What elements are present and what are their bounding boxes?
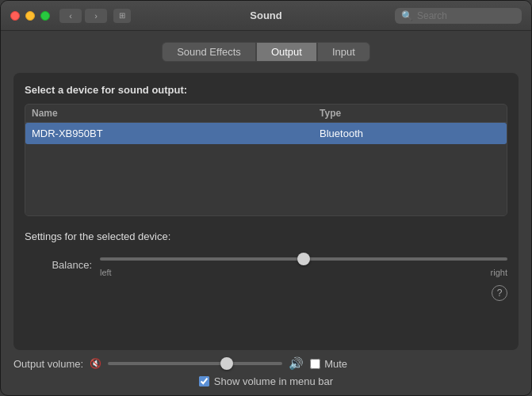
nav-buttons: ‹ › ⊞ — [59, 9, 131, 23]
search-input[interactable] — [417, 10, 515, 21]
search-icon: 🔍 — [401, 10, 413, 21]
window-title: Sound — [250, 10, 281, 21]
settings-title: Settings for the selected device: — [25, 230, 507, 242]
device-type: Bluetooth — [313, 123, 507, 145]
mute-row: Mute — [310, 358, 347, 370]
title-bar: ‹ › ⊞ Sound 🔍 — [1, 1, 531, 31]
col-name-header: Name — [25, 105, 313, 123]
help-button[interactable]: ? — [492, 285, 507, 301]
show-volume-in-menu-bar-checkbox[interactable] — [199, 376, 209, 386]
select-device-title: Select a device for sound output: — [25, 84, 507, 96]
balance-left-label: left — [100, 268, 112, 277]
traffic-lights — [10, 11, 50, 21]
maximize-button[interactable] — [40, 11, 50, 21]
balance-slider-track[interactable] — [100, 252, 507, 266]
volume-min-icon: 🔇 — [90, 358, 101, 369]
settings-section: Settings for the selected device: Balanc… — [25, 230, 507, 280]
show-volume-in-menu-bar-label: Show volume in menu bar — [214, 375, 333, 387]
grid-button[interactable]: ⊞ — [113, 9, 131, 23]
main-content: Sound Effects Output Input Select a devi… — [1, 31, 531, 350]
volume-row: Output volume: 🔇 🔊 Mute — [13, 356, 519, 371]
mute-checkbox[interactable] — [310, 359, 320, 369]
balance-label: Balance: — [40, 259, 92, 271]
panel-footer: ? — [25, 285, 507, 301]
tab-sound-effects[interactable]: Sound Effects — [162, 42, 256, 62]
output-volume-label: Output volume: — [13, 358, 83, 370]
balance-slider-thumb[interactable] — [297, 253, 310, 265]
minimize-button[interactable] — [25, 11, 35, 21]
balance-slider-labels: left right — [100, 268, 507, 277]
volume-slider-thumb[interactable] — [220, 357, 233, 370]
tab-output[interactable]: Output — [256, 42, 317, 62]
table-empty-area — [25, 144, 507, 215]
balance-row: Balance: left right — [25, 252, 507, 277]
volume-max-icon: 🔊 — [289, 356, 304, 371]
window: ‹ › ⊞ Sound 🔍 Sound Effects Output Input… — [0, 0, 532, 396]
menu-bar-row: Show volume in menu bar — [13, 375, 519, 387]
balance-slider-bg — [100, 257, 507, 261]
balance-slider-container: left right — [100, 252, 507, 277]
balance-right-label: right — [491, 268, 507, 277]
tab-input[interactable]: Input — [317, 42, 370, 62]
forward-button[interactable]: › — [85, 9, 107, 23]
mute-label: Mute — [324, 358, 347, 370]
search-bar[interactable]: 🔍 — [395, 8, 522, 24]
bottom-bar: Output volume: 🔇 🔊 Mute Show volume in m… — [1, 350, 531, 395]
table-row[interactable]: MDR-XB950BT Bluetooth — [25, 123, 507, 145]
device-table-container: Name Type MDR-XB950BT Bluetooth — [25, 104, 507, 216]
device-name: MDR-XB950BT — [25, 123, 313, 145]
device-table: Name Type MDR-XB950BT Bluetooth — [25, 105, 507, 144]
volume-slider[interactable] — [108, 356, 282, 371]
close-button[interactable] — [10, 11, 20, 21]
volume-slider-bg — [108, 362, 282, 365]
back-button[interactable]: ‹ — [59, 9, 82, 23]
col-type-header: Type — [313, 105, 507, 123]
tabs: Sound Effects Output Input — [13, 42, 519, 62]
output-panel: Select a device for sound output: Name T… — [13, 73, 519, 350]
